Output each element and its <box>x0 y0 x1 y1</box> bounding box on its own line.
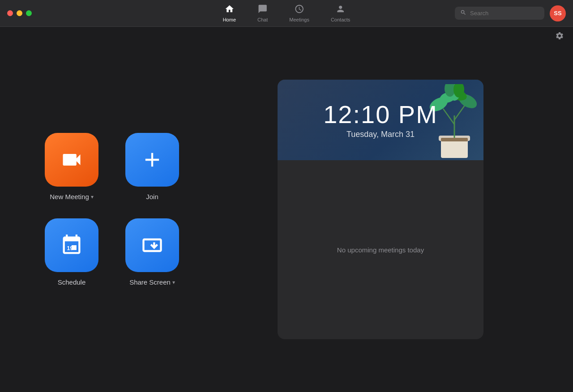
search-bar[interactable] <box>455 7 544 20</box>
schedule-label-row: Schedule <box>58 278 86 286</box>
share-screen-button[interactable] <box>125 218 179 272</box>
calendar-body: No upcoming meetings today <box>278 160 483 339</box>
search-icon <box>460 9 466 17</box>
share-screen-item[interactable]: Share Screen ▾ <box>125 218 179 286</box>
join-button[interactable] <box>125 133 179 187</box>
meetings-icon <box>295 4 304 15</box>
calendar-widget: 12:10 PM Tuesday, March 31 <box>278 80 483 339</box>
tab-meetings-label: Meetings <box>289 17 309 22</box>
traffic-lights <box>7 10 32 16</box>
share-screen-label-row: Share Screen ▾ <box>129 278 175 286</box>
clock-date: Tuesday, March 31 <box>323 130 438 139</box>
tab-chat[interactable]: Chat <box>247 0 278 26</box>
search-input[interactable] <box>470 10 539 17</box>
tab-meetings[interactable]: Meetings <box>278 0 320 26</box>
schedule-label: Schedule <box>58 278 86 286</box>
settings-button[interactable] <box>555 31 564 43</box>
tab-chat-label: Chat <box>257 17 268 22</box>
svg-rect-3 <box>441 138 468 141</box>
minimize-button[interactable] <box>17 10 22 16</box>
schedule-button[interactable]: 19 <box>45 218 98 272</box>
schedule-item[interactable]: 19 Schedule <box>45 218 98 286</box>
tab-contacts-label: Contacts <box>331 17 350 22</box>
calendar-panel: 12:10 PM Tuesday, March 31 <box>206 36 555 383</box>
nav-tabs: Home Chat Meetings <box>212 0 361 26</box>
action-row-1: New Meeting ▾ Join <box>45 133 188 200</box>
contacts-icon <box>336 4 346 15</box>
share-screen-chevron: ▾ <box>172 279 175 285</box>
tab-home[interactable]: Home <box>212 0 247 26</box>
titlebar: Home Chat Meetings <box>0 0 573 27</box>
tab-home-label: Home <box>223 17 236 22</box>
main-content: New Meeting ▾ Join <box>0 27 573 392</box>
svg-line-6 <box>454 104 466 120</box>
new-meeting-chevron: ▾ <box>91 194 94 200</box>
no-meetings-text: No upcoming meetings today <box>337 246 424 254</box>
close-button[interactable] <box>7 10 13 16</box>
join-item[interactable]: Join <box>125 133 179 200</box>
svg-line-5 <box>443 109 454 124</box>
svg-text:19: 19 <box>67 245 73 251</box>
maximize-button[interactable] <box>26 10 32 16</box>
calendar-header: 12:10 PM Tuesday, March 31 <box>278 80 483 160</box>
new-meeting-label: New Meeting <box>50 193 89 200</box>
home-icon <box>224 4 234 15</box>
avatar[interactable]: SS <box>550 5 566 21</box>
join-label: Join <box>146 193 158 200</box>
clock-time: 12:10 PM <box>323 101 438 128</box>
action-row-2: 19 Schedule Share Screen ▾ <box>45 218 188 286</box>
calendar-header-text: 12:10 PM Tuesday, March 31 <box>323 101 438 140</box>
action-panel: New Meeting ▾ Join <box>18 36 188 383</box>
new-meeting-label-row: New Meeting ▾ <box>50 193 94 200</box>
new-meeting-item[interactable]: New Meeting ▾ <box>45 133 98 200</box>
new-meeting-button[interactable] <box>45 133 98 187</box>
share-screen-label: Share Screen <box>129 278 171 286</box>
tab-contacts[interactable]: Contacts <box>320 0 361 26</box>
join-label-row: Join <box>146 193 158 200</box>
chat-icon <box>258 4 268 15</box>
